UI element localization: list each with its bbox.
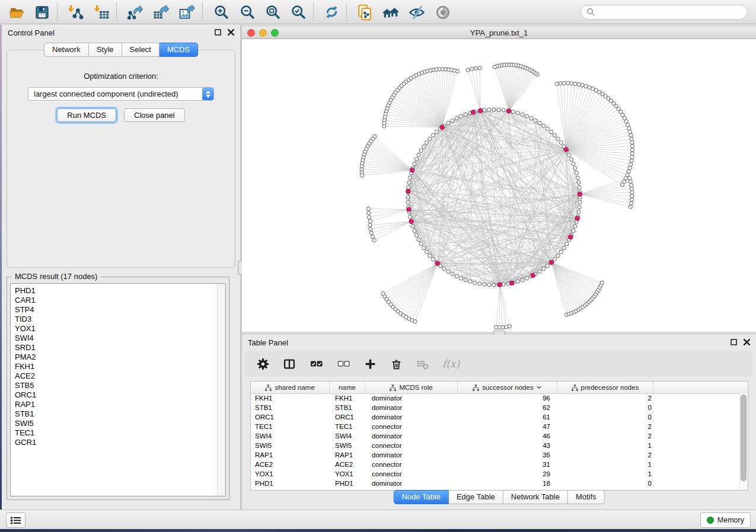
mcds-result-item[interactable]: TEC1: [15, 428, 212, 438]
table-row[interactable]: TEC1TEC1connector472: [251, 422, 739, 431]
float-panel-icon[interactable]: [731, 339, 737, 345]
table-cell: dominator: [365, 404, 458, 411]
table-cell: 2: [557, 432, 653, 440]
table-tabs: Node Table Edge Table Network Table Moti…: [393, 490, 604, 504]
network-canvas[interactable]: [242, 39, 756, 332]
mcds-result-item[interactable]: GCR1: [15, 438, 212, 447]
table-scrollbar[interactable]: [739, 393, 748, 490]
close-panel-icon[interactable]: [744, 339, 750, 345]
import-table-button[interactable]: [90, 2, 113, 22]
table-cell: ORC1: [251, 414, 330, 421]
mcds-list-scrollbar[interactable]: [217, 284, 225, 496]
delete-column-icon[interactable]: [390, 358, 403, 370]
table-cell: FKH1: [330, 395, 365, 402]
export-image-button[interactable]: [176, 2, 198, 22]
table-cell: YOX1: [251, 470, 330, 477]
select-all-columns-icon[interactable]: [310, 358, 323, 370]
zoom-selected-button[interactable]: [287, 2, 310, 22]
apply-layout-button[interactable]: [320, 2, 343, 22]
deselect-all-columns-icon[interactable]: [337, 358, 350, 370]
show-details-button[interactable]: [432, 2, 454, 22]
mcds-result-item[interactable]: STB5: [15, 381, 212, 390]
export-network-button[interactable]: [123, 2, 146, 22]
import-network-button[interactable]: [64, 2, 87, 22]
column-header-successor-nodes[interactable]: successor nodes: [458, 382, 557, 393]
column-header-predecessor-nodes[interactable]: predecessor nodes: [557, 382, 653, 393]
table-cell: SWI4: [251, 432, 330, 440]
mcds-result-item[interactable]: STB1: [15, 409, 212, 419]
table-row[interactable]: FKH1FKH1dominator962: [251, 393, 739, 403]
table-row[interactable]: PHD1PHD1dominator180: [251, 479, 739, 488]
network-window-titlebar[interactable]: YPA_prune.txt_1: [242, 27, 756, 39]
export-table-button[interactable]: [149, 2, 172, 22]
table-cell: 18: [458, 480, 557, 487]
table-row[interactable]: ORC1ORC1dominator610: [251, 412, 739, 422]
optimization-select[interactable]: largest connected component (undirected): [28, 87, 214, 101]
tab-network-table[interactable]: Network Table: [503, 490, 568, 504]
table-row[interactable]: SWI5SWI5connector431: [251, 441, 739, 450]
table-row[interactable]: RAP1RAP1dominator352: [251, 450, 739, 460]
refresh-icon: [324, 4, 340, 20]
toolbar-separator: [346, 3, 347, 21]
hide-selected-button[interactable]: [406, 2, 428, 22]
mcds-result-item[interactable]: PMA2: [15, 352, 212, 362]
close-panel-button[interactable]: Close panel: [124, 108, 185, 122]
memory-button[interactable]: Memory: [700, 512, 751, 528]
tab-node-table[interactable]: Node Table: [393, 490, 449, 504]
search-input[interactable]: [595, 8, 747, 17]
maximize-window-icon[interactable]: [271, 29, 279, 37]
clone-network-button[interactable]: [353, 2, 376, 22]
mcds-result-item[interactable]: PHD1: [15, 286, 212, 296]
column-header-shared-name[interactable]: shared name: [251, 382, 330, 393]
float-panel-icon[interactable]: [215, 29, 221, 36]
zoom-fit-button[interactable]: [261, 2, 284, 22]
open-file-button[interactable]: [5, 2, 27, 22]
table-row[interactable]: ACE2ACE2connector311: [251, 460, 739, 469]
mcds-result-item[interactable]: ACE2: [15, 371, 212, 381]
mcds-result-item[interactable]: CAR1: [15, 296, 212, 305]
network-graph[interactable]: [242, 39, 756, 332]
table-row[interactable]: SWI4SWI4dominator462: [251, 431, 739, 441]
neighbors-button[interactable]: [379, 2, 402, 22]
tab-edge-table[interactable]: Edge Table: [449, 490, 503, 504]
mcds-result-item[interactable]: STP4: [15, 305, 212, 315]
close-window-icon[interactable]: [247, 29, 255, 37]
search-box[interactable]: [580, 5, 748, 20]
mcds-result-item[interactable]: FKH1: [15, 362, 212, 371]
tab-motifs[interactable]: Motifs: [568, 490, 605, 504]
mcds-result-item[interactable]: SWI4: [15, 334, 212, 343]
mcds-result-item[interactable]: SRD1: [15, 343, 212, 352]
mcds-result-item[interactable]: ORC1: [15, 390, 212, 400]
mcds-result-item[interactable]: RAP1: [15, 400, 212, 409]
tab-style[interactable]: Style: [89, 43, 122, 57]
mcds-result-item[interactable]: SWI5: [15, 419, 212, 428]
toolbar-separator: [57, 3, 58, 21]
tab-mcds[interactable]: MCDS: [160, 43, 198, 57]
tab-select[interactable]: Select: [122, 43, 160, 57]
table-cell: 0: [557, 414, 653, 421]
minimize-window-icon[interactable]: [259, 29, 267, 37]
table-row[interactable]: STB1STB1dominator620: [251, 403, 739, 412]
save-session-button[interactable]: [31, 2, 53, 22]
column-header-mcds-role[interactable]: MCDS role: [365, 382, 458, 393]
status-bar: Memory: [0, 509, 756, 529]
mcds-result-list[interactable]: PHD1CAR1STP4TID3YOX1SWI4SRD1PMA2FKH1ACE2…: [10, 283, 226, 496]
network-window: YPA_prune.txt_1: [242, 27, 756, 332]
mcds-result-item[interactable]: YOX1: [15, 324, 212, 334]
table-row[interactable]: YOX1YOX1connector291: [251, 469, 739, 479]
run-mcds-button[interactable]: Run MCDS: [57, 108, 116, 122]
column-header-name[interactable]: name: [330, 382, 365, 393]
mcds-result-item[interactable]: TID3: [15, 315, 212, 324]
zoom-out-button[interactable]: [236, 2, 259, 22]
close-panel-icon[interactable]: [228, 29, 234, 36]
table-settings-icon[interactable]: [257, 358, 269, 370]
zoom-fit-icon: [265, 4, 281, 20]
list-icon: [11, 517, 21, 524]
scrollbar-thumb[interactable]: [741, 395, 747, 481]
zoom-in-button[interactable]: [210, 2, 232, 22]
show-columns-icon[interactable]: [283, 358, 296, 370]
show-log-button[interactable]: [6, 512, 25, 528]
add-column-icon[interactable]: [364, 358, 377, 370]
table-cell: 29: [458, 470, 557, 477]
tab-network[interactable]: Network: [44, 43, 89, 57]
